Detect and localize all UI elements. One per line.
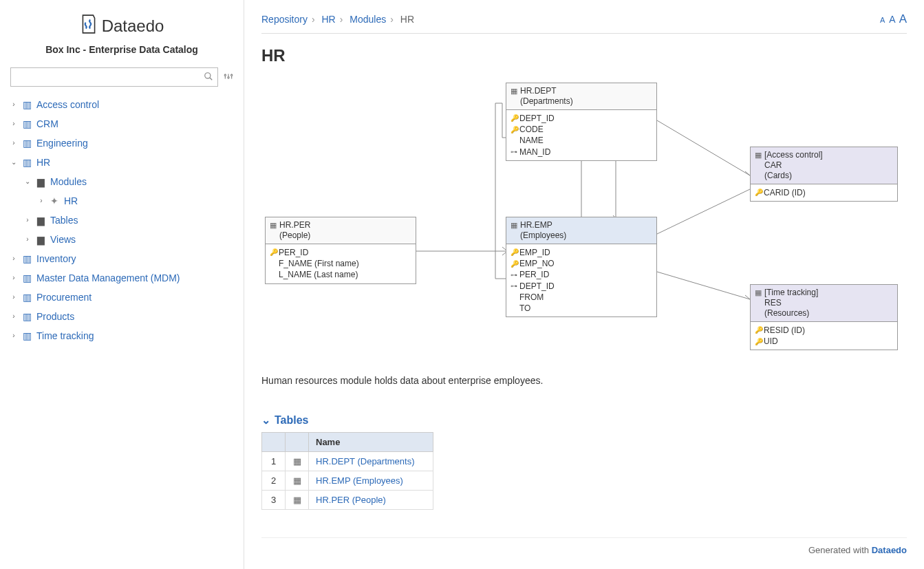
search-input[interactable]: [15, 72, 204, 83]
chevron-right-icon: ›: [10, 249, 17, 268]
search-icon[interactable]: [204, 72, 213, 83]
sidebar: Dataedo Box Inc - Enterprise Data Catalo…: [0, 0, 244, 569]
database-icon: ▥: [21, 153, 32, 172]
sidebar-item-mdm[interactable]: ›▥Master Data Management (MDM): [10, 268, 233, 288]
sidebar-item-label: Inventory: [36, 249, 76, 268]
fk-icon: ⊶: [511, 281, 517, 291]
page-title: HR: [261, 46, 907, 65]
entity-context: [Access control]: [764, 150, 823, 160]
svg-line-1: [210, 77, 213, 80]
folder-icon: ▆: [35, 172, 46, 191]
database-icon: ▥: [21, 288, 32, 307]
column-label: PER_ID: [279, 247, 308, 258]
chevron-down-icon: ⌄: [24, 172, 31, 191]
key-icon: 🔑: [511, 248, 517, 257]
sidebar-item-label: Engineering: [36, 133, 88, 153]
brand-icon: [80, 14, 98, 39]
sidebar-item-label: HR: [36, 153, 50, 172]
section-heading: Tables: [275, 414, 309, 427]
puzzle-icon: ✦: [49, 191, 60, 211]
entity-subtitle: (People): [279, 230, 310, 241]
sidebar-item-time-tracking[interactable]: ›▥Time tracking: [10, 326, 233, 345]
table-link[interactable]: HR.EMP (Employees): [316, 475, 403, 486]
entity-subtitle: (Employees): [520, 230, 566, 241]
database-icon: ▥: [21, 114, 32, 133]
chevron-right-icon: ›: [10, 307, 17, 326]
sidebar-item-inventory[interactable]: ›▥Inventory: [10, 249, 233, 268]
breadcrumb-link[interactable]: Modules: [350, 14, 386, 25]
entity-emp[interactable]: ▦HR.EMP(Employees) 🔑EMP_ID 🔑EMP_NO ⊶PER_…: [506, 217, 657, 317]
chevron-down-icon: ⌄: [261, 414, 270, 427]
row-number: 2: [262, 471, 286, 491]
table-icon: ▦: [511, 220, 517, 241]
database-icon: ▥: [21, 95, 32, 114]
nav-tree: ›▥Access control ›▥CRM ›▥Engineering ⌄▥H…: [10, 95, 233, 345]
table-icon: ▦: [286, 471, 309, 491]
svg-point-3: [224, 74, 226, 76]
breadcrumb: Repository› HR› Modules› HR: [261, 14, 414, 25]
entity-per[interactable]: ▦HR.PER(People) 🔑PER_ID F_NAME (First na…: [265, 217, 416, 284]
column-label: FROM: [519, 292, 544, 303]
font-size-large[interactable]: A: [899, 12, 907, 25]
sidebar-item-label: Procurement: [36, 288, 92, 307]
chevron-right-icon: ›: [24, 211, 31, 230]
sidebar-item-label: Tables: [50, 211, 78, 230]
entity-title: HR.EMP: [520, 220, 566, 230]
footer-brand-link[interactable]: Dataedo: [872, 545, 907, 555]
column-label: UID: [764, 336, 778, 347]
table-row: 3▦HR.PER (People): [262, 491, 433, 510]
sidebar-item-views[interactable]: ›▆Views: [24, 230, 233, 249]
sidebar-item-crm[interactable]: ›▥CRM: [10, 114, 233, 133]
chevron-right-icon: ›: [10, 288, 17, 307]
font-size-controls: A A A: [879, 12, 907, 26]
chevron-down-icon: ⌄: [10, 153, 17, 172]
sidebar-item-procurement[interactable]: ›▥Procurement: [10, 288, 233, 307]
fk-icon: ⊶: [511, 147, 517, 157]
svg-point-5: [228, 76, 229, 78]
entity-res[interactable]: ▦[Time tracking]RES(Resources) 🔑RESID (I…: [750, 284, 898, 350]
chevron-right-icon: ›: [10, 114, 17, 133]
table-link[interactable]: HR.PER (People): [316, 495, 386, 505]
column-header: Name: [309, 433, 433, 452]
table-icon: ▦: [755, 288, 762, 319]
database-icon: ▥: [21, 249, 32, 268]
folder-icon: ▆: [35, 230, 46, 249]
column-label: TO: [519, 303, 530, 314]
table-icon: ▦: [286, 491, 309, 510]
er-diagram: ▦HR.DEPT(Departments) 🔑DEPT_ID 🔑CODE NAM…: [261, 79, 907, 375]
sidebar-item-modules[interactable]: ⌄▆Modules: [24, 172, 233, 191]
entity-dept[interactable]: ▦HR.DEPT(Departments) 🔑DEPT_ID 🔑CODE NAM…: [506, 83, 657, 161]
sidebar-item-label: Views: [50, 230, 76, 249]
entity-car[interactable]: ▦[Access control]CAR(Cards) 🔑CARID (ID): [750, 147, 898, 202]
sidebar-item-module-hr[interactable]: ›✦HR: [38, 191, 233, 211]
tables-section-toggle[interactable]: ⌄ Tables: [261, 414, 907, 427]
column-label: MAN_ID: [519, 147, 550, 158]
sidebar-item-label: CRM: [36, 114, 58, 133]
column-label: EMP_NO: [519, 258, 555, 269]
breadcrumb-link[interactable]: Repository: [261, 14, 308, 25]
breadcrumb-current: HR: [400, 14, 414, 25]
sidebar-item-tables[interactable]: ›▆Tables: [24, 211, 233, 230]
sidebar-item-products[interactable]: ›▥Products: [10, 307, 233, 326]
column-label: NAME: [519, 135, 544, 146]
sidebar-item-access-control[interactable]: ›▥Access control: [10, 95, 233, 114]
font-size-small[interactable]: A: [880, 16, 885, 24]
column-label: EMP_ID: [519, 247, 550, 258]
search-box[interactable]: [10, 67, 218, 87]
subtitle: Box Inc - Enterprise Data Catalog: [10, 44, 233, 55]
table-icon: ▦: [270, 220, 277, 241]
svg-point-7: [231, 74, 233, 76]
sidebar-item-hr[interactable]: ⌄▥HR: [10, 153, 233, 172]
sidebar-item-label: Access control: [36, 95, 99, 114]
sidebar-item-engineering[interactable]: ›▥Engineering: [10, 133, 233, 153]
font-size-medium[interactable]: A: [889, 14, 895, 25]
filter-icon[interactable]: [224, 72, 233, 83]
breadcrumb-link[interactable]: HR: [321, 14, 335, 25]
key-icon: 🔑: [511, 125, 517, 135]
column-label: L_NAME (Last name): [279, 269, 358, 280]
entity-subtitle: (Resources): [764, 308, 818, 319]
table-link[interactable]: HR.DEPT (Departments): [316, 456, 415, 466]
table-icon: ▦: [286, 452, 309, 471]
entity-title: CAR: [764, 160, 823, 171]
brand-text: Dataedo: [102, 17, 164, 36]
